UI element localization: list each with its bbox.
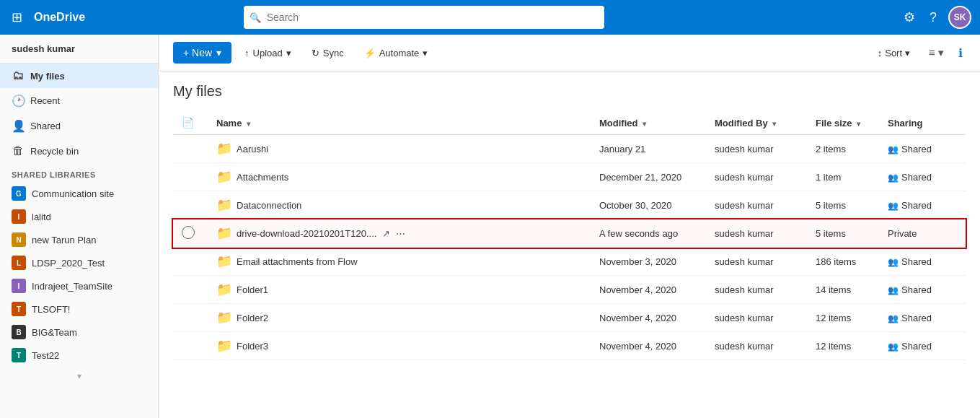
- row-modified-cell: December 21, 2020: [591, 163, 706, 191]
- table-row[interactable]: 📁Email attachments from FlowNovember 3, …: [173, 248, 966, 276]
- more-action-icon[interactable]: ⋯: [396, 228, 405, 239]
- sharing-label: Shared: [901, 313, 932, 323]
- row-name-cell[interactable]: 📁Attachments: [208, 163, 591, 191]
- row-checkbox-cell: [173, 191, 208, 219]
- sidebar-item-my-files[interactable]: 🗂 My files: [0, 64, 158, 88]
- table-row[interactable]: 📁AttachmentsDecember 21, 2020sudesh kuma…: [173, 163, 966, 191]
- share-action-icon[interactable]: ↗: [382, 228, 390, 239]
- row-checkbox-cell: [173, 304, 208, 332]
- table-row[interactable]: 📁Folder3November 4, 2020sudesh kumar12 i…: [173, 332, 966, 360]
- row-filesize-cell: 12 items: [807, 332, 879, 360]
- sync-label: Sync: [323, 48, 344, 58]
- sort-chevron-icon: ▾: [905, 48, 910, 58]
- row-checkbox-cell: [173, 276, 208, 304]
- row-filesize-cell: 1 item: [807, 163, 879, 191]
- col-header-name[interactable]: Name ▾: [208, 111, 591, 135]
- table-row[interactable]: 📁Folder2November 4, 2020sudesh kumar12 i…: [173, 304, 966, 332]
- row-checkbox-cell: [173, 163, 208, 191]
- scroll-indicator: ▾: [0, 367, 158, 386]
- row-actions: ↗ ⋯: [382, 228, 405, 239]
- sidebar-lib-communication[interactable]: G Communication site: [0, 182, 158, 205]
- row-checkbox-cell: [173, 248, 208, 276]
- row-name-cell[interactable]: 📁Folder2: [208, 304, 591, 332]
- waffle-icon[interactable]: ⊞: [9, 6, 25, 28]
- row-name-cell[interactable]: 📁drive-download-20210201T120.... ↗ ⋯: [208, 219, 591, 248]
- shared-libraries-header: Shared libraries: [0, 163, 158, 182]
- new-label: + New: [183, 47, 212, 58]
- row-name-cell[interactable]: 📁Folder1: [208, 276, 591, 304]
- folder-icon: 📁: [216, 253, 232, 269]
- sidebar-lib-ldsp[interactable]: L LDSP_2020_Test: [0, 251, 158, 274]
- row-filesize-cell: 5 items: [807, 219, 879, 248]
- sidebar-item-recycle[interactable]: 🗑 Recycle bin: [0, 139, 158, 163]
- table-row[interactable]: 📁drive-download-20210201T120.... ↗ ⋯ A f…: [173, 219, 966, 248]
- sidebar-item-shared[interactable]: 👤 Shared: [0, 113, 158, 139]
- sharing-icon: 👥: [888, 173, 899, 183]
- my-files-icon: 🗂: [12, 69, 25, 82]
- row-name: Dataconnection: [237, 200, 301, 211]
- upload-button[interactable]: ↑ Upload ▾: [237, 43, 299, 63]
- new-button[interactable]: + New ▾: [173, 42, 231, 64]
- view-toggle-button[interactable]: ≡ ▾: [923, 42, 950, 64]
- table-row[interactable]: 📁Folder1November 4, 2020sudesh kumar14 i…: [173, 276, 966, 304]
- recent-icon: 🕐: [12, 94, 25, 108]
- table-row[interactable]: 📁DataconnectionOctober 30, 2020sudesh ku…: [173, 191, 966, 219]
- col-header-modified-by[interactable]: Modified By ▾: [706, 111, 807, 135]
- bigteam-badge: B: [12, 325, 26, 339]
- row-filesize-cell: 5 items: [807, 191, 879, 219]
- col-header-file-size[interactable]: File size ▾: [807, 111, 879, 135]
- sidebar-lib-indrajeet[interactable]: I Indrajeet_TeamSite: [0, 274, 158, 297]
- folder-icon: 📁: [216, 141, 232, 157]
- help-button[interactable]: ?: [927, 7, 940, 28]
- row-name-cell[interactable]: 📁Folder3: [208, 332, 591, 360]
- row-modified-cell: A few seconds ago: [591, 219, 706, 248]
- col-header-modified[interactable]: Modified ▾: [591, 111, 706, 135]
- avatar[interactable]: SK: [948, 6, 971, 29]
- row-modified-by-cell: sudesh kumar: [706, 135, 807, 163]
- sidebar-item-recent[interactable]: 🕐 Recent: [0, 88, 158, 113]
- search-icon: 🔍: [250, 12, 261, 23]
- settings-button[interactable]: ⚙: [901, 6, 918, 28]
- folder-icon: 📁: [216, 338, 232, 354]
- row-sharing-cell: 👥Shared: [879, 276, 966, 304]
- row-modified-cell: January 21: [591, 135, 706, 163]
- automate-button[interactable]: ⚡ Automate ▾: [357, 43, 436, 63]
- row-name-cell[interactable]: 📁Email attachments from Flow: [208, 248, 591, 276]
- sidebar-lib-tarun[interactable]: N new Tarun Plan: [0, 228, 158, 251]
- lib-label: LDSP_2020_Test: [32, 258, 105, 269]
- recycle-icon: 🗑: [12, 144, 25, 157]
- row-modified-cell: October 30, 2020: [591, 191, 706, 219]
- sharing-label: Shared: [901, 284, 932, 295]
- tlsoft-badge: T: [12, 302, 26, 316]
- indrajeet-badge: I: [12, 279, 26, 293]
- row-name: Folder3: [237, 341, 268, 352]
- ldsp-badge: L: [12, 256, 26, 270]
- automate-label: Automate: [379, 48, 420, 58]
- lib-label: Test22: [32, 350, 59, 361]
- row-modified-cell: November 4, 2020: [591, 276, 706, 304]
- sidebar-lib-tlsoft[interactable]: T TLSOFT!: [0, 297, 158, 321]
- sidebar-lib-lalitd[interactable]: I lalitd: [0, 205, 158, 228]
- row-modified-by-cell: sudesh kumar: [706, 219, 807, 248]
- sidebar-lib-test22[interactable]: T Test22: [0, 344, 158, 367]
- lib-label: BIG&Team: [32, 327, 77, 338]
- search-input[interactable]: [244, 6, 604, 29]
- sidebar-lib-bigteam[interactable]: B BIG&Team: [0, 321, 158, 344]
- info-button[interactable]: ℹ: [955, 43, 966, 63]
- row-sharing-cell: Private: [879, 219, 966, 248]
- file-area: My files 📄 Name ▾ Modified ▾: [159, 71, 980, 418]
- lib-label: new Tarun Plan: [32, 235, 96, 245]
- sort-button[interactable]: ↕ Sort ▾: [870, 43, 917, 63]
- row-checkbox[interactable]: [182, 226, 195, 239]
- folder-icon: 📁: [216, 282, 232, 297]
- sync-button[interactable]: ↻ Sync: [304, 43, 351, 63]
- row-name-cell[interactable]: 📁Dataconnection: [208, 191, 591, 219]
- row-name-cell[interactable]: 📁Aarushi: [208, 135, 591, 163]
- layout: sudesh kumar 🗂 My files 🕐 Recent 👤 Share…: [0, 35, 980, 418]
- topbar-right: ⚙ ? SK: [901, 6, 971, 29]
- topbar: ⊞ OneDrive 🔍 ⚙ ? SK: [0, 0, 980, 35]
- toolbar: + New ▾ ↑ Upload ▾ ↻ Sync ⚡ Automate ▾ ↕…: [159, 35, 980, 71]
- table-row[interactable]: 📁AarushiJanuary 21sudesh kumar2 items👥Sh…: [173, 135, 966, 163]
- folder-icon: 📁: [216, 225, 232, 241]
- row-sharing-cell: 👥Shared: [879, 248, 966, 276]
